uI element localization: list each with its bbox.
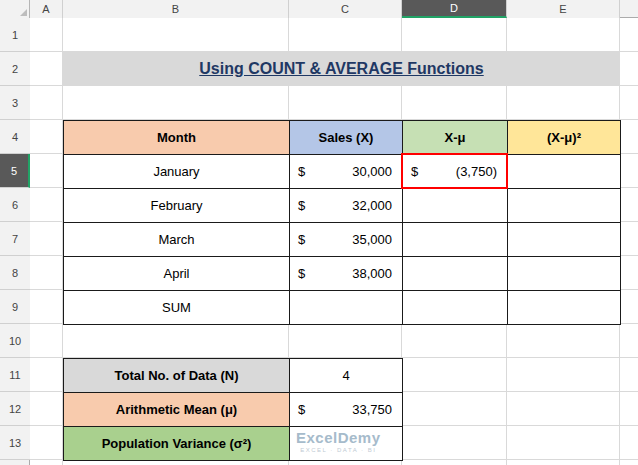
sales-value: 32,000	[352, 198, 392, 213]
xmu-cell[interactable]	[403, 257, 508, 291]
column-header-b[interactable]: B	[63, 0, 289, 18]
sales-cell[interactable]: $ 32,000	[290, 189, 403, 223]
xmu-squared-cell[interactable]	[508, 189, 621, 223]
spreadsheet: A B C D E 1 2 3 4 5 6 7 8 9 10 11 12 13 …	[0, 0, 638, 465]
row-header-1[interactable]: 1	[0, 18, 30, 52]
currency-symbol: $	[411, 164, 418, 179]
arithmetic-mean-value-cell[interactable]: $ 33,750	[290, 393, 403, 427]
sum-xmu-cell[interactable]	[403, 291, 508, 325]
month-cell[interactable]: March	[64, 223, 290, 257]
row-header-12[interactable]: 12	[0, 392, 30, 426]
row-header-8[interactable]: 8	[0, 256, 30, 290]
summary-table: Total No. of Data (N) 4 Arithmetic Mean …	[63, 358, 403, 461]
sales-cell[interactable]: $ 35,000	[290, 223, 403, 257]
xmu-cell-active[interactable]: $ (3,750)	[403, 155, 508, 189]
sales-value: 30,000	[352, 164, 392, 179]
currency-symbol: $	[298, 266, 305, 281]
sales-header-cell[interactable]: Sales (X)	[290, 121, 403, 155]
population-variance-value-cell[interactable]	[290, 427, 403, 461]
title-banner[interactable]: Using COUNT & AVERAGE Functions	[63, 52, 620, 86]
column-header-c[interactable]: C	[289, 0, 402, 18]
sum-label-cell[interactable]: SUM	[64, 291, 290, 325]
sum-xmu-squared-cell[interactable]	[508, 291, 621, 325]
row-header-10[interactable]: 10	[0, 324, 30, 358]
month-header-cell[interactable]: Month	[64, 121, 290, 155]
row-header-11[interactable]: 11	[0, 358, 30, 392]
currency-symbol: $	[298, 164, 305, 179]
xmu-cell[interactable]	[403, 189, 508, 223]
sum-sales-cell[interactable]	[290, 291, 403, 325]
currency-symbol: $	[298, 402, 305, 417]
main-table: Month Sales (X) X-μ (X-μ)² January $ 30,…	[63, 120, 621, 325]
row-header-9[interactable]: 9	[0, 290, 30, 324]
xmu-header-cell[interactable]: X-μ	[403, 121, 508, 155]
row-header-5-selected[interactable]: 5	[0, 154, 30, 188]
xmu-squared-header-cell[interactable]: (X-μ)²	[508, 121, 621, 155]
month-cell[interactable]: January	[64, 155, 290, 189]
page-title: Using COUNT & AVERAGE Functions	[199, 60, 483, 78]
column-header-e[interactable]: E	[507, 0, 620, 18]
mean-value: 33,750	[352, 402, 392, 417]
sales-value: 35,000	[352, 232, 392, 247]
sales-value: 38,000	[352, 266, 392, 281]
xmu-cell[interactable]	[403, 223, 508, 257]
xmu-squared-cell[interactable]	[508, 257, 621, 291]
row-header-13[interactable]: 13	[0, 426, 30, 460]
currency-symbol: $	[298, 232, 305, 247]
select-all-box[interactable]	[0, 0, 30, 18]
row-header-7[interactable]: 7	[0, 222, 30, 256]
row-header-2[interactable]: 2	[0, 52, 30, 86]
row-header-3[interactable]: 3	[0, 86, 30, 120]
row-header-4[interactable]: 4	[0, 120, 30, 154]
sales-cell[interactable]: $ 38,000	[290, 257, 403, 291]
currency-symbol: $	[298, 198, 305, 213]
row-header-6[interactable]: 6	[0, 188, 30, 222]
total-n-label-cell[interactable]: Total No. of Data (N)	[64, 359, 290, 393]
column-header-a[interactable]: A	[30, 0, 63, 18]
population-variance-label-cell[interactable]: Population Variance (σ²)	[64, 427, 290, 461]
arithmetic-mean-label-cell[interactable]: Arithmetic Mean (μ)	[64, 393, 290, 427]
xmu-value: (3,750)	[456, 164, 497, 179]
xmu-squared-cell[interactable]	[508, 155, 621, 189]
month-cell[interactable]: February	[64, 189, 290, 223]
sales-cell[interactable]: $ 30,000	[290, 155, 403, 189]
month-cell[interactable]: April	[64, 257, 290, 291]
column-header-d-selected[interactable]: D	[402, 0, 507, 18]
xmu-squared-cell[interactable]	[508, 223, 621, 257]
total-n-value-cell[interactable]: 4	[290, 359, 403, 393]
